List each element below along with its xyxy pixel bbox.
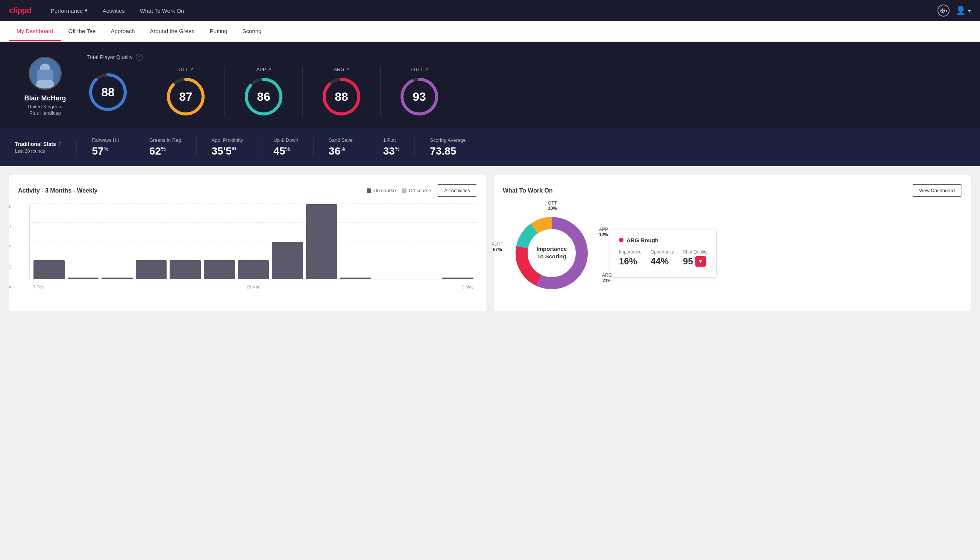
- metric-opportunity: Opportunity 44%: [651, 249, 674, 267]
- bar-6: [204, 260, 235, 279]
- avatar: [28, 57, 62, 90]
- bar-10: [340, 278, 371, 279]
- circle-main: 88: [87, 72, 129, 113]
- work-on-card: What To Work On View Dashboard OTT 10% A…: [494, 175, 971, 311]
- circle-arg: 88: [321, 76, 362, 117]
- svg-rect-3: [37, 70, 53, 80]
- chart-wrapper: 4 3 2 1 0: [18, 204, 477, 289]
- player-info: Blair McHarg United Kingdom Plus Handica…: [15, 54, 75, 116]
- bar-3: [101, 278, 133, 279]
- bottom-section: Activity - 3 Months - Weekly On course O…: [0, 166, 980, 320]
- legend-dot-off-course: [402, 188, 406, 193]
- top-nav: clippd Performance ▾ Activities What To …: [0, 0, 980, 21]
- donut-label-ott: OTT 10%: [548, 200, 557, 211]
- bar-5: [170, 260, 201, 279]
- nav-right: ⊕ ▾ 👤 ▾: [937, 5, 971, 17]
- bar-4: [136, 260, 167, 279]
- tpq-label: Total Player Quality ?: [87, 54, 965, 60]
- donut-label-arg: ARG 21%: [602, 273, 612, 283]
- trad-stats-label: Traditional Stats ? Last 20 rounds: [15, 141, 77, 154]
- scores-section: Total Player Quality ? 88 OTT ↗: [87, 54, 965, 117]
- work-on-card-header: What To Work On View Dashboard: [503, 184, 962, 197]
- all-activities-button[interactable]: All Activities: [437, 184, 477, 197]
- legend-off-course: Off course: [402, 188, 431, 193]
- tpq-help-icon[interactable]: ?: [136, 54, 143, 60]
- bar-9: [306, 204, 337, 279]
- bars-container: [33, 204, 473, 279]
- tab-putting[interactable]: Putting: [202, 21, 235, 42]
- activity-card: Activity - 3 Months - Weekly On course O…: [9, 175, 486, 311]
- work-on-content: OTT 10% APP 12% ARG 21% PUTT: [503, 204, 962, 302]
- nav-performance[interactable]: Performance ▾: [49, 7, 89, 14]
- score-app: APP ↗ 86: [225, 67, 303, 117]
- svg-text:Importance: Importance: [537, 246, 567, 252]
- tab-off-the-tee[interactable]: Off the Tee: [61, 21, 103, 42]
- metric-shot-quality: Shot Quality 95 ▼: [683, 249, 707, 267]
- stat-sand-save: Sand Save 36%: [314, 137, 368, 157]
- trad-stats-help-icon[interactable]: ?: [58, 141, 62, 147]
- stat-1-putt: 1 Putt 33%: [368, 137, 415, 157]
- bar-7: [238, 260, 269, 279]
- tab-my-dashboard[interactable]: My Dashboard: [9, 21, 61, 42]
- stat-fairways-hit: Fairways Hit 57%: [77, 137, 134, 157]
- stat-app-proximity: App. Proximity 35'5": [197, 137, 259, 157]
- stat-scoring-average: Scoring Average 73.85: [415, 137, 481, 157]
- player-handicap: Plus Handicap: [29, 110, 61, 116]
- circle-putt: 93: [399, 76, 440, 117]
- circle-ott: 87: [165, 76, 206, 117]
- stat-greens-in-reg: Greens In Reg 62%: [134, 137, 197, 157]
- stat-up-down: Up & Down 45%: [258, 137, 314, 157]
- circle-app: 86: [243, 76, 284, 117]
- activity-card-header: Activity - 3 Months - Weekly On course O…: [18, 184, 477, 197]
- donut-wrapper: OTT 10% APP 12% ARG 21% PUTT: [503, 204, 601, 302]
- arg-rough-info-card: ARG Rough Importance 16% Opportunity 44%: [610, 229, 717, 278]
- info-metrics: Importance 16% Opportunity 44% Shot Qual…: [619, 249, 707, 267]
- tab-approach[interactable]: Approach: [103, 21, 142, 42]
- score-main: 88: [87, 72, 147, 113]
- donut-area: OTT 10% APP 12% ARG 21% PUTT: [503, 204, 601, 302]
- player-country: United Kingdom: [28, 104, 63, 110]
- nav-activities[interactable]: Activities: [101, 8, 126, 14]
- logo[interactable]: clippd: [9, 6, 31, 15]
- hero-section: Blair McHarg United Kingdom Plus Handica…: [0, 42, 980, 128]
- score-arg: ARG ↗ 88: [303, 67, 381, 117]
- score-putt: PUTT ↗ 93: [381, 67, 458, 117]
- donut-label-putt: PUTT 57%: [491, 242, 503, 252]
- stats-bar: Traditional Stats ? Last 20 rounds Fairw…: [0, 128, 980, 166]
- view-dashboard-button[interactable]: View Dashboard: [912, 184, 962, 197]
- add-button[interactable]: ⊕ ▾: [937, 5, 950, 17]
- bar-2: [68, 278, 99, 279]
- donut-svg: Importance To Scoring: [510, 212, 593, 295]
- grid-line-4: [30, 203, 477, 204]
- x-axis-labels: 7 Feb 28 Mar 9 May: [29, 282, 477, 289]
- arg-rough-dot: [619, 238, 624, 242]
- score-ott: OTT ↗ 87: [147, 67, 225, 117]
- info-card-title: ARG Rough: [619, 237, 707, 243]
- work-on-title: What To Work On: [503, 187, 906, 194]
- shot-quality-badge: ▼: [695, 256, 706, 267]
- bar-1: [33, 260, 65, 279]
- score-circles: 88 OTT ↗ 87 AP: [87, 67, 965, 117]
- donut-label-app: APP 12%: [599, 227, 608, 237]
- legend-dot-on-course: [367, 188, 371, 193]
- activity-chart-title: Activity - 3 Months - Weekly: [18, 187, 361, 194]
- user-menu[interactable]: 👤 ▾: [955, 6, 971, 15]
- bar-8: [272, 242, 303, 280]
- bar-13: [442, 278, 473, 279]
- sub-nav: My Dashboard Off the Tee Approach Around…: [0, 21, 980, 42]
- svg-text:To Scoring: To Scoring: [537, 253, 566, 260]
- metric-importance: Importance 16%: [619, 249, 642, 267]
- chart-area: [29, 204, 477, 280]
- legend-on-course: On course: [367, 188, 396, 193]
- chart-legend: On course Off course: [367, 188, 431, 193]
- nav-what-to-work-on[interactable]: What To Work On: [138, 8, 186, 14]
- tab-around-the-green[interactable]: Around the Green: [143, 21, 202, 42]
- y-axis-labels: 4 3 2 1 0: [9, 204, 11, 289]
- tab-scoring[interactable]: Scoring: [235, 21, 269, 42]
- player-name: Blair McHarg: [24, 94, 66, 102]
